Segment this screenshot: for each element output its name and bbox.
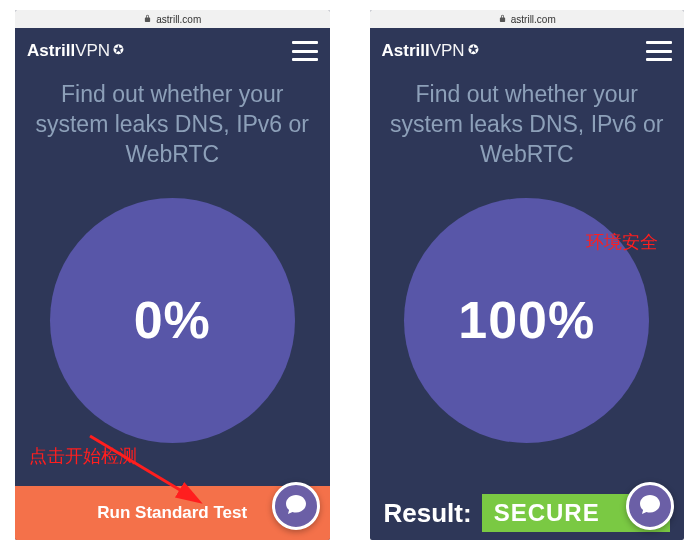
- gauge-area: 0% 点击开始检测: [15, 180, 330, 486]
- screenshot-left: astrill.com Astrill VPN ✪ Find out wheth…: [15, 10, 330, 540]
- brand-part2: VPN: [430, 41, 465, 61]
- brand-logo[interactable]: Astrill VPN ✪: [382, 41, 479, 61]
- lock-icon: [498, 14, 507, 25]
- brand-part2: VPN: [75, 41, 110, 61]
- chat-icon: [284, 492, 308, 520]
- progress-gauge: 100%: [404, 198, 649, 443]
- brand-part1: Astrill: [382, 41, 430, 61]
- address-bar: astrill.com: [370, 10, 685, 28]
- chat-fab[interactable]: [626, 482, 674, 530]
- address-bar: astrill.com: [15, 10, 330, 28]
- screenshot-right: astrill.com Astrill VPN ✪ Find out wheth…: [370, 10, 685, 540]
- gauge-value: 0%: [134, 290, 211, 350]
- menu-icon[interactable]: [646, 41, 672, 61]
- brand-part1: Astrill: [27, 41, 75, 61]
- menu-icon[interactable]: [292, 41, 318, 61]
- gauge-value: 100%: [458, 290, 595, 350]
- page-headline: Find out whether your system leaks DNS, …: [370, 74, 685, 180]
- result-value: SECURE: [494, 499, 600, 527]
- run-test-label: Run Standard Test: [97, 503, 247, 523]
- chat-icon: [638, 492, 662, 520]
- brand-badge-icon: ✪: [468, 42, 479, 57]
- top-bar: Astrill VPN ✪: [370, 28, 685, 74]
- progress-gauge: 0%: [50, 198, 295, 443]
- page-headline: Find out whether your system leaks DNS, …: [15, 74, 330, 180]
- annotation-text: 点击开始检测: [29, 444, 137, 468]
- result-label: Result:: [384, 498, 472, 529]
- address-domain: astrill.com: [511, 14, 556, 25]
- chat-fab[interactable]: [272, 482, 320, 530]
- lock-icon: [143, 14, 152, 25]
- address-domain: astrill.com: [156, 14, 201, 25]
- brand-logo[interactable]: Astrill VPN ✪: [27, 41, 124, 61]
- top-bar: Astrill VPN ✪: [15, 28, 330, 74]
- gauge-area: 100% 环境安全: [370, 180, 685, 486]
- brand-badge-icon: ✪: [113, 42, 124, 57]
